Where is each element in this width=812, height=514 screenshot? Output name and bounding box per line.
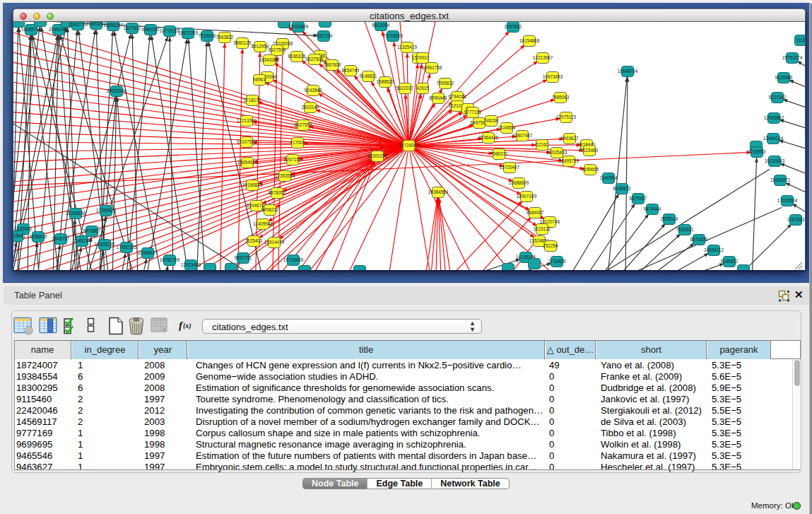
svg-text:29053346: 29053346 [107, 88, 127, 93]
svg-text:19166825: 19166825 [242, 182, 263, 187]
svg-text:9327506: 9327506 [269, 47, 286, 52]
svg-text:12353594: 12353594 [275, 173, 295, 178]
svg-text:9684067: 9684067 [526, 210, 544, 215]
svg-text:19218506: 19218506 [383, 33, 404, 38]
svg-text:1588520: 1588520 [377, 79, 394, 84]
svg-text:10654112: 10654112 [704, 247, 724, 252]
svg-text:20691406: 20691406 [49, 27, 69, 32]
svg-text:11325419: 11325419 [397, 45, 417, 49]
svg-text:2093779: 2093779 [69, 22, 87, 27]
svg-text:16782759: 16782759 [160, 257, 180, 262]
svg-text:8912954: 8912954 [252, 44, 269, 49]
svg-text:12093852: 12093852 [764, 115, 784, 120]
svg-text:2803144: 2803144 [302, 105, 319, 110]
svg-text:252254: 252254 [543, 243, 558, 248]
svg-text:16210643: 16210643 [765, 158, 785, 163]
svg-text:6794028: 6794028 [449, 94, 466, 99]
svg-text:15751074: 15751074 [782, 55, 803, 60]
svg-text:6966160: 6966160 [142, 27, 160, 32]
svg-text:8454749: 8454749 [342, 68, 360, 73]
svg-text:8938923: 8938923 [613, 186, 631, 191]
svg-text:16033809: 16033809 [288, 24, 309, 29]
svg-text:2867608: 2867608 [324, 62, 341, 67]
svg-text:1733426: 1733426 [548, 259, 566, 264]
svg-text:9242848: 9242848 [305, 88, 322, 93]
svg-text:9777169: 9777169 [464, 110, 482, 115]
svg-text:1145194: 1145194 [73, 238, 91, 243]
svg-text:16648784: 16648784 [618, 69, 638, 74]
svg-text:15716485: 15716485 [283, 257, 304, 262]
svg-text:10107552: 10107552 [237, 139, 257, 144]
svg-text:(x): (x) [183, 322, 192, 330]
svg-text:17359928: 17359928 [96, 208, 117, 213]
svg-text:20910: 20910 [416, 55, 429, 60]
svg-text:8813054: 8813054 [372, 23, 390, 28]
svg-text:12213967: 12213967 [533, 55, 553, 60]
svg-text:7485063: 7485063 [552, 95, 570, 100]
svg-text:2942757: 2942757 [52, 236, 70, 241]
svg-text:12923468: 12923468 [181, 262, 201, 267]
svg-text:8990448: 8990448 [430, 95, 447, 100]
svg-text:15692971: 15692971 [770, 177, 791, 182]
svg-text:8471676: 8471676 [690, 237, 708, 242]
svg-text:9699695: 9699695 [582, 167, 599, 172]
svg-text:3267150: 3267150 [284, 157, 302, 162]
svg-text:18495759: 18495759 [559, 158, 579, 163]
svg-text:1112: 1112 [796, 37, 805, 42]
svg-text:2718176: 2718176 [244, 98, 261, 103]
svg-text:3915941: 3915941 [13, 233, 26, 238]
svg-text:12444134: 12444134 [763, 136, 784, 141]
svg-text:11409948: 11409948 [253, 221, 273, 226]
svg-text:9227342: 9227342 [769, 95, 787, 100]
svg-text:3215953: 3215953 [748, 149, 766, 154]
svg-text:7986372: 7986372 [490, 151, 508, 156]
svg-text:12505135: 12505135 [95, 242, 115, 247]
svg-text:7357224: 7357224 [315, 33, 333, 38]
svg-text:5822037: 5822037 [396, 86, 414, 90]
svg-text:12213369: 12213369 [237, 118, 257, 123]
svg-text:9474444: 9474444 [644, 206, 661, 211]
svg-text:7955812: 7955812 [437, 81, 454, 86]
svg-text:1640954: 1640954 [600, 175, 618, 180]
svg-text:12975115: 12975115 [556, 115, 576, 119]
svg-text:1167533: 1167533 [787, 217, 805, 222]
svg-text:417004: 417004 [290, 140, 305, 145]
svg-text:7625402: 7625402 [245, 238, 263, 243]
svg-text:1156819: 1156819 [30, 234, 47, 239]
svg-text:16543362: 16543362 [259, 57, 280, 62]
svg-text:8427552: 8427552 [295, 122, 312, 127]
svg-text:7515526: 7515526 [199, 33, 216, 38]
svg-text:98961: 98961 [253, 77, 266, 82]
svg-text:10973493: 10973493 [543, 74, 563, 79]
svg-text:19654925: 19654925 [237, 160, 258, 165]
svg-text:18300295: 18300295 [367, 153, 388, 158]
svg-text:8186328: 8186328 [288, 54, 306, 59]
svg-text:9857791: 9857791 [235, 255, 252, 260]
svg-text:1615132: 1615132 [534, 226, 551, 231]
svg-text:17957225: 17957225 [117, 245, 137, 250]
svg-text:9860125: 9860125 [234, 40, 252, 45]
svg-text:10807487: 10807487 [512, 133, 533, 138]
svg-text:10958107: 10958107 [138, 250, 158, 255]
svg-text:746266: 746266 [483, 118, 499, 123]
svg-text:3498222: 3498222 [261, 207, 279, 212]
svg-text:10719155: 10719155 [160, 28, 180, 33]
svg-text:7663822: 7663822 [216, 35, 234, 40]
svg-text:9327508: 9327508 [306, 57, 324, 62]
svg-text:18055713: 18055713 [21, 27, 42, 32]
svg-text:9975867: 9975867 [83, 228, 101, 233]
svg-text:16961758: 16961758 [422, 65, 442, 70]
svg-text:10655267: 10655267 [103, 23, 124, 28]
svg-text:9115460: 9115460 [581, 148, 599, 153]
svg-text:17016504: 17016504 [777, 198, 798, 203]
svg-text:2087652: 2087652 [505, 24, 522, 29]
svg-text:9129966: 9129966 [775, 75, 793, 80]
svg-text:6379197: 6379197 [630, 196, 647, 201]
svg-text:16154808: 16154808 [519, 38, 540, 43]
svg-text:8878352: 8878352 [269, 190, 286, 195]
svg-text:10688609: 10688609 [509, 180, 529, 185]
svg-text:19384554: 19384554 [428, 189, 449, 194]
svg-text:62160: 62160 [536, 142, 548, 147]
svg-text:18724007: 18724007 [399, 143, 419, 148]
svg-text:10671355: 10671355 [178, 30, 199, 35]
